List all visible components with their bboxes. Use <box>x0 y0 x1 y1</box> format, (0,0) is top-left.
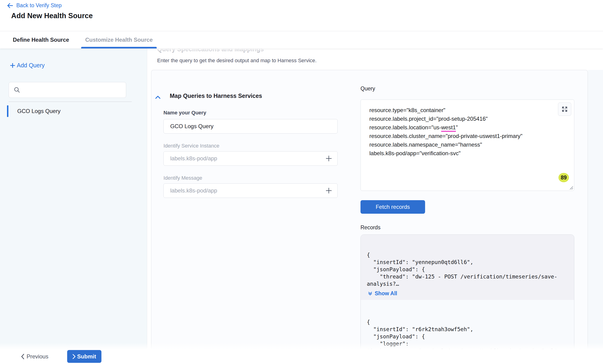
main-panel: Query Specifications and Mappings Enter … <box>147 48 603 364</box>
submit-label: Submit <box>77 353 96 360</box>
query-list: GCO Logs Query <box>0 104 147 118</box>
record-json-line: "logger": <box>367 340 569 347</box>
message-placeholder: labels.k8s-pod/app <box>170 187 217 194</box>
identify-service-instance-label: Identify Service Instance <box>163 143 220 149</box>
record-json-line: "thread": "dw-125 - POST /verification/t… <box>367 273 569 280</box>
record-json-line: "insertId": "r6rk2tnah3owf5eh", <box>367 326 569 333</box>
section-heading-clipped: Query Specifications and Mappings <box>157 48 264 57</box>
resize-handle[interactable] <box>569 186 573 190</box>
chevron-right-icon <box>72 354 76 359</box>
query-label: Query <box>360 86 375 92</box>
tab-customize-health-source[interactable]: Customize Health Source <box>81 31 156 48</box>
content-area: Add Query GCO Logs Query Query Specifica… <box>0 48 603 364</box>
footer-bar: Previous Submit <box>0 349 603 364</box>
search-icon <box>13 86 21 93</box>
add-query-button[interactable]: Add Query <box>9 62 45 69</box>
back-to-verify-step-link[interactable]: Back to Verify Step <box>7 2 62 9</box>
back-link-label: Back to Verify Step <box>16 2 62 9</box>
spellcheck-underline: west1 <box>441 124 456 132</box>
record-card: { "insertId": "yennepun0qtd6ll6", "jsonP… <box>361 235 574 300</box>
collapse-section-button[interactable] <box>155 94 162 101</box>
query-line: resource.type="k8s_container" <box>369 106 553 114</box>
map-queries-heading: Map Queries to Harness Services <box>170 92 262 99</box>
section-subtitle: Enter the query to get the desired outpu… <box>157 57 317 64</box>
selected-indicator-bar <box>7 105 8 117</box>
record-json-line: { <box>367 318 569 326</box>
record-json-line: "insertId": "yennepun0qtd6ll6", <box>367 259 569 266</box>
query-textarea[interactable]: resource.type="k8s_container"resource.la… <box>360 100 574 191</box>
expand-icon <box>561 106 568 112</box>
previous-label: Previous <box>27 353 48 360</box>
double-chevron-down-icon <box>368 291 373 296</box>
back-arrow-icon <box>7 2 13 9</box>
page-header: Back to Verify Step Add New Health Sourc… <box>0 0 603 31</box>
record-card: { "insertId": "r6rk2tnah3owf5eh", "jsonP… <box>361 300 574 355</box>
page-title: Add New Health Source <box>11 12 93 20</box>
right-margin-strip <box>588 70 603 364</box>
submit-button[interactable]: Submit <box>67 350 101 363</box>
name-your-query-label: Name your Query <box>163 110 206 116</box>
query-line: resource.labels.cluster_name="prod-priva… <box>369 132 553 140</box>
show-all-label: Show All <box>375 290 397 297</box>
message-input[interactable]: labels.k8s-pod/app <box>163 183 338 198</box>
query-search-box <box>9 82 126 98</box>
expand-query-button[interactable] <box>558 102 571 116</box>
add-query-label: Add Query <box>17 62 45 69</box>
plus-icon[interactable] <box>325 187 332 194</box>
query-line: resource.labels.location="us-west1" <box>369 123 553 132</box>
char-count-badge: 89 <box>558 173 569 182</box>
chevron-up-icon <box>155 95 162 100</box>
fetch-records-button[interactable]: Fetch records <box>360 200 425 214</box>
service-instance-placeholder: labels.k8s-pod/app <box>170 155 217 162</box>
record-json-line: analysis?… <box>367 280 569 288</box>
query-line: resource.labels.project_id="prod-setup-2… <box>369 114 553 123</box>
record-json: { "insertId": "yennepun0qtd6ll6", "jsonP… <box>367 251 569 288</box>
query-sidebar: Add Query GCO Logs Query <box>0 48 147 364</box>
plus-icon <box>9 62 16 69</box>
query-text: resource.type="k8s_container"resource.la… <box>361 100 574 158</box>
wizard-tab-bar: Define Health Source Customize Health So… <box>0 31 603 48</box>
sidebar-divider <box>9 102 132 102</box>
service-instance-input[interactable]: labels.k8s-pod/app <box>163 151 338 166</box>
identify-message-label: Identify Message <box>163 175 202 181</box>
query-line: resource.labels.namespace_name="harness" <box>369 140 553 149</box>
query-item-label: GCO Logs Query <box>17 108 60 114</box>
previous-button[interactable]: Previous <box>21 349 48 364</box>
query-mapping-card: Map Queries to Harness Services Name you… <box>151 70 588 364</box>
records-label: Records <box>360 224 381 231</box>
chevron-left-icon <box>21 354 24 359</box>
record-json-line: "jsonPayload": { <box>367 333 569 340</box>
tab-define-health-source[interactable]: Define Health Source <box>9 31 73 48</box>
query-search-input[interactable] <box>23 87 126 93</box>
records-panel: { "insertId": "yennepun0qtd6ll6", "jsonP… <box>360 234 574 364</box>
record-json-line: "jsonPayload": { <box>367 266 569 273</box>
show-all-link[interactable]: Show All <box>368 290 397 297</box>
query-line: labels.k8s-pod/app="verification-svc" <box>369 149 553 158</box>
query-name-input[interactable] <box>163 119 338 134</box>
plus-icon[interactable] <box>325 155 332 162</box>
add-health-source-screen: Back to Verify Step Add New Health Sourc… <box>0 0 603 364</box>
sidebar-query-item[interactable]: GCO Logs Query <box>0 104 147 118</box>
record-json-line: { <box>367 251 569 259</box>
